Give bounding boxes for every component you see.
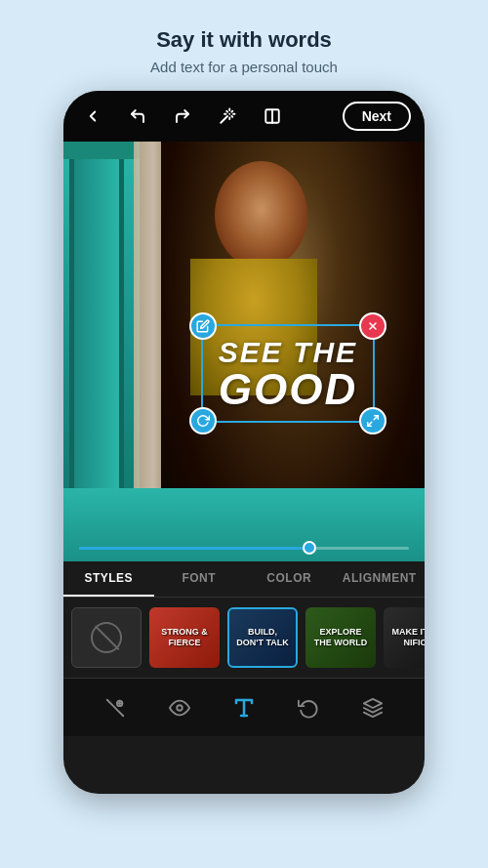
next-button[interactable]: Next [343,102,411,131]
slider-thumb[interactable] [303,541,316,555]
style-thumb-explore[interactable]: EXPLORETHE WORLD [305,607,376,668]
tab-font[interactable]: FONT [154,561,245,597]
top-bar-left [77,101,288,132]
bottom-toolbar [63,678,425,736]
no-style-icon [91,622,122,653]
wand-button[interactable] [96,688,135,727]
style-thumb-build-label: BUILD,DON'T TALK [232,623,292,652]
compare-button[interactable] [257,101,288,132]
tab-alignment[interactable]: ALIGNMENT [335,561,426,597]
page-subtitle: Add text for a personal touch [150,59,338,75]
undo-button[interactable] [122,101,153,132]
style-thumb-make[interactable]: MAKE IT SIGNIFIC... [384,607,425,668]
top-bar-right: Next [343,102,411,131]
text-line-2: GOOD [219,368,357,411]
text-overlay-container[interactable]: SEE THE GOOD [161,278,415,469]
edit-handle[interactable] [189,312,217,340]
canvas-background: SEE THE GOOD [63,142,425,561]
rotate-handle[interactable] [189,407,217,434]
svg-point-7 [177,705,183,711]
tab-row: STYLES FONT COLOR ALIGNMENT [63,561,425,598]
style-thumb-make-label: MAKE IT SIGNIFIC... [387,623,425,652]
canvas-area: SEE THE GOOD [63,142,425,561]
style-thumb-strong-label: STRONG &FIERCE [157,623,212,652]
style-thumbnails-row: STRONG &FIERCE BUILD,DON'T TALK EXPLORET… [63,598,425,678]
text-selection-box[interactable]: SEE THE GOOD [201,324,375,423]
eye-button[interactable] [160,688,199,727]
phone-shell: Next [63,91,425,794]
person-face [215,161,307,269]
tab-color[interactable]: COLOR [244,561,335,597]
svg-marker-10 [364,698,382,707]
page-header: Say it with words Add text for a persona… [131,0,357,91]
tab-styles[interactable]: STYLES [63,561,154,597]
magic-button[interactable] [212,101,243,132]
text-line-1: SEE THE [219,336,357,368]
page-title: Say it with words [150,27,338,53]
text-button[interactable] [224,688,264,727]
scale-handle[interactable] [359,407,386,434]
slider-container[interactable] [79,538,409,558]
style-thumb-build[interactable]: BUILD,DON'T TALK [227,607,298,668]
layers-button[interactable] [353,688,392,727]
top-bar: Next [63,91,425,142]
close-handle[interactable] [359,312,386,340]
history-button[interactable] [289,688,328,727]
style-thumb-none[interactable] [71,607,142,668]
style-thumb-strong[interactable]: STRONG &FIERCE [149,607,220,668]
style-thumb-explore-label: EXPLORETHE WORLD [310,623,372,652]
slider-fill [79,547,316,550]
slider-track [79,547,409,550]
back-button[interactable] [77,101,108,132]
redo-button[interactable] [167,101,198,132]
styles-tabs: STYLES FONT COLOR ALIGNMENT STRONG &FIER… [63,561,425,678]
teal-top-beam [63,142,140,159]
